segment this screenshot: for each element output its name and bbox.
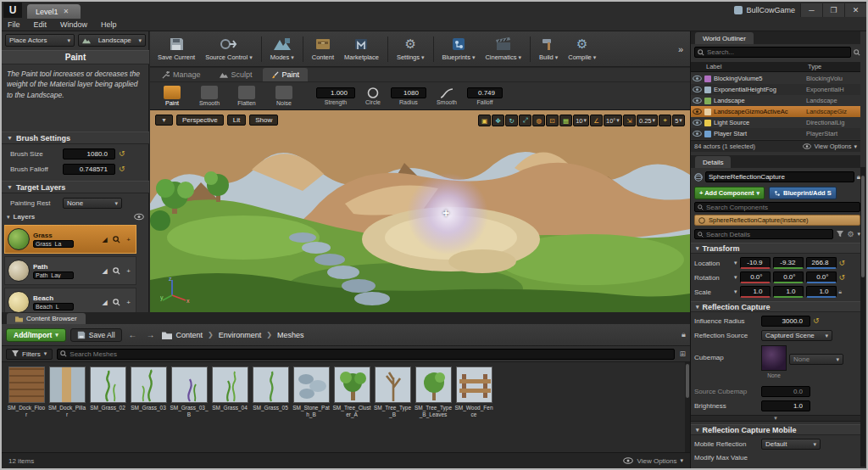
outliner-row-blockingvolume[interactable]: BlockingVolume5 BlockingVolu (691, 73, 860, 84)
content-browser-tab[interactable]: Content Browser (7, 313, 86, 324)
modes-button[interactable]: Modes▾ (266, 35, 298, 63)
influence-radius-label[interactable]: Influence Radius (694, 317, 759, 325)
asset-sm-grass-03-b[interactable]: SM_Grass_03_B (170, 366, 208, 452)
lock-icon[interactable]: 🔒︎ (682, 330, 686, 339)
window-minimize-button[interactable]: ─ (800, 3, 822, 17)
blueprint-add-script-button[interactable]: Blueprint/Add S (769, 187, 837, 199)
settings-button[interactable]: ⚙ Settings▾ (392, 35, 429, 63)
asset-sm-tree-type-b[interactable]: SM_Tree_Type_B (374, 366, 411, 452)
reflection-capture-mobile-header[interactable]: ▾ Reflection Capture Mobile (691, 424, 860, 435)
column-label[interactable]: Label (706, 63, 808, 70)
rotate-tool-icon[interactable]: ↻ (505, 115, 518, 126)
cubemap-preview-swatch[interactable] (761, 345, 787, 371)
strength-input[interactable] (316, 87, 355, 98)
details-tab[interactable]: Details (695, 156, 731, 168)
save-all-button[interactable]: Save All (70, 328, 122, 342)
tab-close-icon[interactable]: ✕ (64, 8, 70, 15)
outliner-column-header[interactable]: Label Type (691, 62, 860, 72)
falloff-input[interactable] (467, 87, 503, 98)
tab-paint[interactable]: Paint (263, 68, 309, 81)
reset-to-default-icon[interactable]: ↺ (119, 165, 125, 173)
eye-icon[interactable] (693, 131, 702, 137)
view-options-button[interactable]: View Options ▾ (623, 457, 683, 465)
gear-icon[interactable]: ⚙ (847, 231, 854, 238)
outliner-view-options-button[interactable]: View Options ▾ (803, 143, 857, 150)
menu-help[interactable]: Help (95, 20, 123, 30)
target-layers-header[interactable]: ▼ Target Layers (2, 181, 149, 193)
influence-radius-input[interactable] (761, 316, 810, 327)
cubemap-dropdown[interactable]: None▾ (789, 354, 843, 365)
eyedropper-icon[interactable]: ◢ (100, 266, 109, 276)
eye-icon[interactable] (693, 98, 702, 104)
scale-lock-icon[interactable]: 🔒︎ (839, 288, 843, 295)
rotation-snap-value[interactable]: 10°▾ (604, 115, 622, 126)
add-import-button[interactable]: Add/Import ▾ (6, 328, 66, 342)
search-components-input[interactable] (706, 204, 857, 211)
find-in-browser-icon[interactable] (112, 266, 121, 276)
mobile-reflection-label[interactable]: Mobile Reflection (694, 440, 759, 448)
breadcrumb-environment[interactable]: Environment (219, 331, 262, 339)
cubemap-label[interactable]: Cubemap (694, 345, 759, 361)
tool-flatten[interactable]: Flatten (230, 86, 264, 106)
viewport[interactable]: ▼ Perspective Lit Show ▣ ✥ ↻ ⤢ ◍ ⊡ ▦ 10▾… (150, 110, 690, 312)
asset-sm-tree-type-b-leaves[interactable]: SM_Tree_Type_B_Leaves (415, 366, 452, 452)
path-layer-name-field[interactable] (33, 271, 74, 279)
add-component-button[interactable]: + Add Component ▾ (694, 187, 765, 199)
location-x-input[interactable] (740, 257, 771, 269)
location-z-input[interactable] (806, 257, 837, 269)
scale-snap-icon[interactable]: ⇲ (623, 115, 636, 126)
asset-sm-dock-pillar[interactable]: SM_Dock_Pillar (48, 366, 86, 452)
viewport-options-button[interactable]: ▼ (155, 115, 173, 126)
menu-window[interactable]: Window (54, 20, 93, 30)
rotation-label[interactable]: Rotation (694, 274, 732, 282)
marketplace-button[interactable]: Marketplace (340, 35, 383, 63)
reflection-capture-section-header[interactable]: ▾ Reflection Capture (691, 301, 860, 312)
chevron-down-icon[interactable]: ▾ (734, 274, 737, 281)
outliner-row-playerstart[interactable]: Player Start PlayerStart (691, 128, 860, 139)
find-in-browser-icon[interactable] (112, 235, 121, 244)
asset-sm-grass-05[interactable]: SM_Grass_05 (252, 366, 289, 452)
asset-sm-stone-path-b[interactable]: SM_Stone_Path_B (292, 366, 330, 452)
funnel-icon[interactable] (837, 231, 843, 238)
radius-input[interactable] (391, 87, 426, 98)
outliner-search-box[interactable] (694, 47, 851, 58)
brush-falloff-input[interactable] (63, 164, 115, 175)
eye-icon[interactable] (693, 120, 702, 126)
landscape-mode-dropdown[interactable]: Landscape▾ (78, 34, 146, 47)
asset-sm-grass-02[interactable]: SM_Grass_02 (89, 366, 126, 452)
outliner-search-input[interactable] (707, 48, 848, 56)
outliner-row-lightsource[interactable]: Light Source DirectionalLig (691, 117, 860, 128)
beach-layer-name-field[interactable] (33, 303, 74, 311)
window-maximize-button[interactable]: ❐ (822, 3, 844, 17)
grid-snap-icon[interactable]: ▦ (559, 115, 572, 126)
level-tab[interactable]: Level1 ✕ (27, 4, 81, 19)
eye-icon[interactable] (693, 109, 702, 115)
select-tool-icon[interactable]: ▣ (478, 115, 491, 126)
mobile-reflection-dropdown[interactable]: Default▾ (761, 439, 821, 450)
toolbar-overflow-button[interactable]: » (675, 44, 687, 54)
rotation-y-input[interactable] (773, 271, 804, 283)
scale-z-input[interactable] (806, 286, 837, 298)
search-meshes-box[interactable] (57, 349, 675, 360)
brush-shape-setting[interactable]: Circle (365, 87, 381, 105)
eye-icon[interactable] (693, 76, 702, 81)
camera-speed-value[interactable]: 5▾ (672, 115, 685, 126)
search-components-box[interactable] (694, 202, 860, 212)
place-actors-dropdown[interactable]: Place Actors▾ (5, 34, 75, 47)
brush-size-input[interactable] (63, 148, 115, 159)
reset-to-default-icon[interactable]: ↺ (119, 150, 125, 158)
tool-noise[interactable]: Noise (267, 86, 301, 106)
breadcrumb-content[interactable]: Content (176, 331, 203, 339)
rotation-snap-icon[interactable]: ∠ (590, 115, 603, 126)
scale-label[interactable]: Scale (694, 288, 732, 296)
outliner-row-landscape[interactable]: Landscape Landscape (691, 95, 860, 106)
search-options-icon[interactable] (854, 49, 860, 56)
tool-smooth[interactable]: Smooth (192, 86, 226, 106)
asset-sm-grass-04[interactable]: SM_Grass_04 (211, 366, 248, 452)
chevron-down-icon[interactable]: ▾ (734, 288, 737, 295)
camera-speed-icon[interactable]: ⌖ (659, 115, 671, 126)
rotation-x-input[interactable] (740, 271, 771, 283)
search-details-input[interactable] (706, 231, 830, 238)
nav-forward-icon[interactable]: → (144, 330, 158, 339)
outliner-row-landscapegizmo[interactable]: LandscapeGizmoActiveAc LandscapeGiz (691, 106, 860, 117)
